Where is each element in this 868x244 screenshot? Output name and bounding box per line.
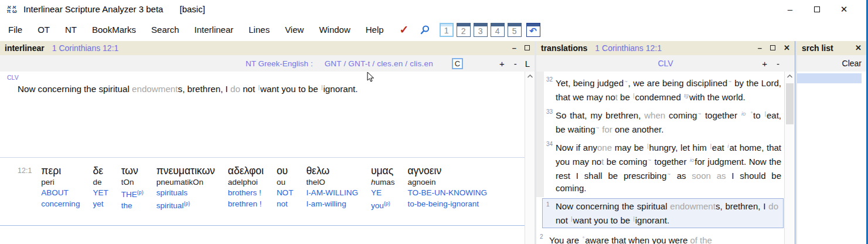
- search-list-header: srch list ✕: [797, 41, 866, 55]
- menu-item-interlinear[interactable]: Interlinear: [187, 25, 241, 35]
- interlinear-body: CLV Now concerning the spiritual endowme…: [0, 72, 535, 244]
- gloss-idiomatic: yet: [93, 198, 108, 209]
- verse-2[interactable]: 2You are °aware that when you were of th…: [536, 232, 784, 244]
- interlinear-word-table: 12:1 περιperiABOUTconcerningδεdeYETyetτω…: [18, 164, 500, 211]
- gloss-literal: NOT: [277, 187, 294, 198]
- menu-item-file[interactable]: File: [1, 25, 30, 35]
- interlinear-zoom-out-button[interactable]: -: [514, 59, 517, 69]
- interlinear-scrollbar[interactable]: [525, 72, 535, 244]
- check-icon[interactable]: ✓: [400, 23, 409, 36]
- scrollbar-thumb[interactable]: [786, 83, 794, 124]
- maximize-icon: [525, 45, 530, 50]
- translations-panel-title: translations: [541, 43, 587, 53]
- gloss-idiomatic: to-be-being-ignorant: [407, 198, 487, 209]
- button-top-strip: [508, 23, 521, 26]
- menu-item-window[interactable]: Window: [311, 25, 358, 35]
- interlinear-word[interactable]: πνευματικωνpneumatikOnspiritualsspiritua…: [156, 164, 215, 211]
- translations-minimize-button[interactable]: –: [758, 45, 762, 52]
- gloss-idiomatic: concerning: [41, 198, 80, 209]
- window-mode-label: [basic]: [179, 4, 205, 14]
- view-preset-button-3[interactable]: 3: [474, 23, 488, 37]
- greek-word: αγνοειν: [407, 164, 487, 177]
- search-list-controls: ✕: [855, 45, 862, 52]
- minimize-button[interactable]: –: [777, 4, 804, 14]
- transliteration: de: [93, 177, 108, 187]
- clear-button[interactable]: Clear: [842, 59, 862, 68]
- view-preset-button-1[interactable]: 1: [440, 23, 454, 37]
- interlinear-word[interactable]: αγνοεινagnoeinTO-BE-UN-KNOWINGto-be-bein…: [407, 164, 487, 211]
- menu-item-help[interactable]: Help: [358, 25, 392, 35]
- menu-item-nt[interactable]: NT: [57, 25, 84, 35]
- gloss-idiomatic: I-am-willing: [306, 198, 358, 209]
- search-icon[interactable]: [420, 25, 430, 35]
- interlinear-word[interactable]: αδελφοιadelphoibrothers !brethren !: [228, 164, 264, 211]
- gloss-idiomatic: the: [121, 200, 144, 211]
- transliteration: pneumatikOn: [156, 177, 215, 187]
- greek-word: πνευματικων: [156, 164, 215, 177]
- interlinear-panel-header: interlinear 1 Corinthians 12:1 –: [0, 41, 535, 55]
- close-button[interactable]: ✕: [830, 4, 857, 15]
- translations-maximize-button[interactable]: [770, 45, 775, 52]
- verse-text: You are °aware that when you were of the: [549, 232, 784, 244]
- gloss-literal: YET: [93, 187, 108, 198]
- interlinear-word[interactable]: δεdeYETyet: [93, 164, 108, 211]
- menu-item-ot[interactable]: OT: [30, 25, 57, 35]
- interlinear-word[interactable]: υμαςhumasYEyou(p): [371, 164, 395, 211]
- button-number: 2: [461, 26, 466, 36]
- gloss-literal: THE(p): [121, 187, 144, 200]
- interlinear-word[interactable]: θελωthelOI-AM-WILLINGI-am-willing: [306, 164, 358, 211]
- interlinear-mode-label: NT Greek-English :: [246, 59, 313, 68]
- verse-33[interactable]: 33So that, my brethren, when coming~ tog…: [536, 107, 784, 135]
- menu-item-search[interactable]: Search: [144, 25, 187, 35]
- menu-bar: FileOTNTBookMarksSearchInterlinearLinesV…: [0, 18, 868, 41]
- window-title: Interlinear Scripture Analyzer 3 beta: [23, 4, 163, 14]
- greek-word: ου: [277, 164, 294, 177]
- verse-text: Now if anyone may be |hungry, let him |e…: [556, 140, 784, 194]
- verse-number: 2: [540, 232, 549, 244]
- translations-version-label: CLV: [536, 59, 795, 68]
- interlinear-word[interactable]: περιperiABOUTconcerning: [41, 164, 80, 211]
- view-preset-button-5[interactable]: 5: [508, 23, 522, 37]
- button-top-strip: [441, 24, 452, 26]
- interlinear-toolbar: NT Greek-English : GNT / GNT-t / cles.en…: [0, 55, 535, 72]
- menu-item-lines[interactable]: Lines: [241, 25, 277, 35]
- gloss-literal: YE: [371, 187, 395, 198]
- c-button[interactable]: C: [452, 58, 463, 69]
- verse-1[interactable]: 1Now concerning the spiritual endowments…: [542, 198, 784, 228]
- l-button[interactable]: L: [525, 59, 530, 69]
- view-preset-buttons: 12345: [440, 23, 525, 37]
- window-controls: – ✕: [777, 4, 868, 15]
- maximize-button[interactable]: [804, 4, 830, 14]
- interlinear-panel: interlinear 1 Corinthians 12:1 – NT Gree…: [0, 41, 535, 244]
- search-list-selected-row[interactable]: [797, 73, 862, 83]
- button-number: 3: [478, 26, 483, 36]
- translations-close-button[interactable]: ✕: [784, 45, 790, 52]
- interlinear-zoom-in-button[interactable]: +: [499, 59, 505, 69]
- view-preset-button-4[interactable]: 4: [491, 23, 505, 37]
- gloss-idiomatic: spiritual(p): [156, 198, 215, 211]
- undo-button[interactable]: ↶: [526, 23, 540, 37]
- search-list-close-button[interactable]: ✕: [855, 45, 862, 52]
- verse-text: Yet, being judged~, we are being discipl…: [556, 75, 784, 103]
- button-number: 5: [512, 26, 517, 36]
- translations-scrollbar[interactable]: [784, 72, 795, 244]
- interlinear-word[interactable]: ουouNOTnot: [277, 164, 294, 211]
- verse-text: So that, my brethren, when coming~ toget…: [556, 107, 784, 135]
- transliteration: humas: [371, 177, 395, 187]
- interlinear-minimize-button[interactable]: –: [512, 45, 516, 52]
- verse-32[interactable]: 32Yet, being judged~, we are being disci…: [536, 75, 784, 103]
- verse-34[interactable]: 34Now if anyone may be |hungry, let him …: [536, 140, 784, 194]
- view-preset-button-2[interactable]: 2: [457, 23, 471, 37]
- interlinear-maximize-button[interactable]: [525, 45, 530, 52]
- translations-toolbar: CLV + -: [536, 55, 795, 72]
- interlinear-word[interactable]: τωνtOnTHE(p)the: [121, 164, 144, 211]
- menu-item-view[interactable]: View: [277, 25, 311, 35]
- translations-panel-header: translations 1 Corinthians 12:1 – ✕: [536, 41, 795, 55]
- menu-item-bookmarks[interactable]: BookMarks: [84, 25, 144, 35]
- interlinear-source-links[interactable]: GNT / GNT-t / cles.en / clis.en: [325, 59, 433, 68]
- button-top-strip: [474, 23, 487, 26]
- main-area: interlinear 1 Corinthians 12:1 – NT Gree…: [0, 41, 866, 244]
- translations-panel-controls: – ✕: [758, 45, 790, 52]
- mouse-cursor: [367, 72, 375, 86]
- gloss-idiomatic: brethren !: [228, 198, 264, 209]
